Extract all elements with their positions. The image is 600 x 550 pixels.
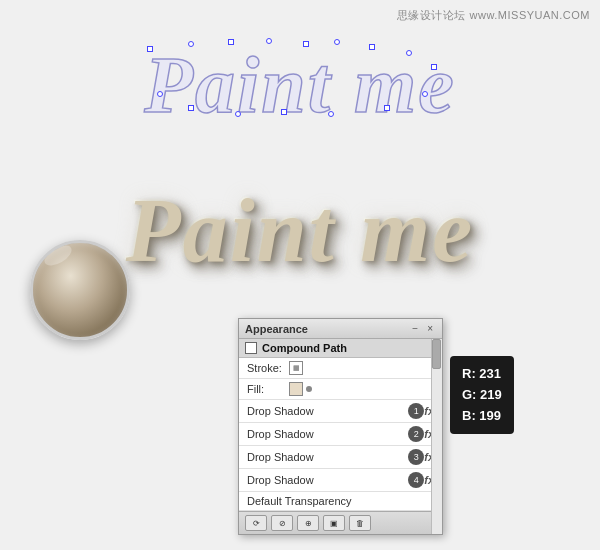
drop-shadow-label-2: Drop Shadow — [247, 428, 404, 440]
drop-shadow-row-1[interactable]: Drop Shadow 1 fx — [239, 400, 442, 423]
color-tooltip: R: 231 G: 219 B: 199 — [450, 356, 514, 434]
footer-btn-1[interactable]: ⟳ — [245, 515, 267, 531]
compound-path-row[interactable]: Compound Path — [239, 339, 442, 358]
footer-btn-2[interactable]: ⊘ — [271, 515, 293, 531]
footer-btn-3[interactable]: ⊕ — [297, 515, 319, 531]
footer-btn-5[interactable]: 🗑 — [349, 515, 371, 531]
scrollbar-thumb[interactable] — [432, 339, 441, 369]
stroke-icon[interactable]: ▦ — [289, 361, 303, 375]
default-transparency-row: Default Transparency — [239, 492, 442, 511]
fill-swatch[interactable] — [289, 382, 303, 396]
fill-dot-indicator — [306, 386, 312, 392]
bottom-paint-me-text: Paint me — [126, 179, 475, 282]
appearance-panel: Appearance − × Compound Path Stroke: ▦ F… — [238, 318, 443, 535]
scrollbar-track[interactable] — [431, 339, 442, 534]
drop-shadow-row-4[interactable]: Drop Shadow 4 fx — [239, 469, 442, 492]
drop-shadow-label-3: Drop Shadow — [247, 451, 404, 463]
panel-footer: ⟳ ⊘ ⊕ ▣ 🗑 — [239, 511, 442, 534]
drop-shadow-row-3[interactable]: Drop Shadow 3 fx — [239, 446, 442, 469]
panel-titlebar: Appearance − × — [239, 319, 442, 339]
panel-content: Compound Path Stroke: ▦ Fill: Drop Shado… — [239, 339, 442, 534]
panel-title: Appearance — [245, 323, 308, 335]
fill-row[interactable]: Fill: — [239, 379, 442, 400]
drop-shadow-label-1: Drop Shadow — [247, 405, 404, 417]
drop-shadow-badge-2: 2 — [408, 426, 424, 442]
color-b-value: B: 199 — [462, 406, 502, 427]
fill-label: Fill: — [247, 383, 287, 395]
drop-shadow-badge-4: 4 — [408, 472, 424, 488]
color-r-value: R: 231 — [462, 364, 502, 385]
top-paint-me-text: Paint me — [144, 41, 456, 129]
stroke-row[interactable]: Stroke: ▦ — [239, 358, 442, 379]
footer-btn-4[interactable]: ▣ — [323, 515, 345, 531]
top-text-area: Paint me — [30, 20, 570, 150]
default-transparency-label: Default Transparency — [247, 495, 352, 507]
magnifier-circle — [30, 240, 130, 340]
panel-minimize-button[interactable]: − — [409, 322, 421, 335]
color-g-value: G: 219 — [462, 385, 502, 406]
compound-path-label: Compound Path — [262, 342, 347, 354]
drop-shadow-badge-3: 3 — [408, 449, 424, 465]
drop-shadow-badge-1: 1 — [408, 403, 424, 419]
stroke-label: Stroke: — [247, 362, 287, 374]
compound-path-checkbox[interactable] — [245, 342, 257, 354]
drop-shadow-label-4: Drop Shadow — [247, 474, 404, 486]
panel-close-button[interactable]: × — [424, 322, 436, 335]
drop-shadow-row-2[interactable]: Drop Shadow 2 fx — [239, 423, 442, 446]
